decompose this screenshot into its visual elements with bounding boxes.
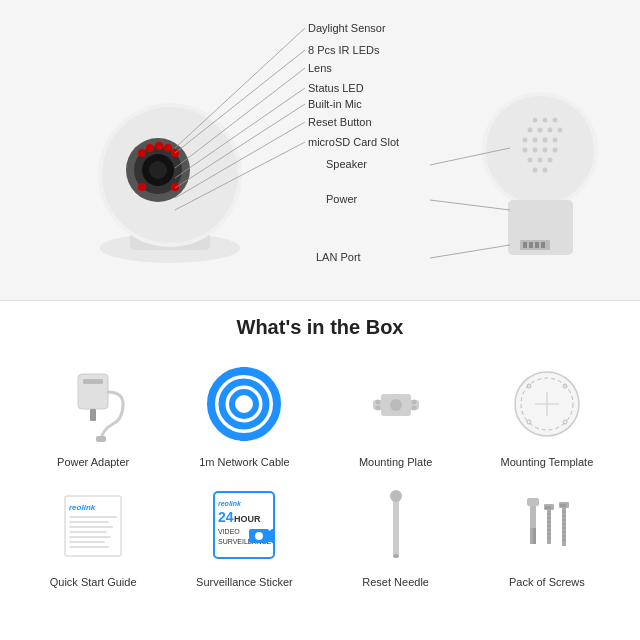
item-mounting-plate: Mounting Plate (323, 359, 469, 469)
svg-rect-93 (69, 531, 107, 533)
network-cable-svg (204, 364, 284, 444)
network-cable-label: 1m Network Cable (199, 455, 289, 469)
power-adapter-svg (53, 364, 133, 444)
item-pack-of-screws: Pack of Screws (474, 479, 620, 589)
svg-point-107 (393, 554, 399, 558)
svg-text:24: 24 (218, 509, 234, 525)
item-quick-start-guide: reolink Quick Start Guide (20, 479, 166, 589)
svg-point-33 (543, 118, 548, 123)
svg-point-43 (523, 148, 528, 153)
svg-rect-90 (69, 516, 117, 518)
svg-point-69 (222, 382, 266, 426)
svg-text:Lens: Lens (308, 62, 332, 74)
svg-point-46 (553, 148, 558, 153)
svg-point-77 (411, 400, 416, 405)
svg-point-15 (171, 183, 179, 191)
svg-line-62 (430, 245, 510, 258)
svg-point-35 (528, 128, 533, 133)
svg-point-10 (146, 144, 154, 152)
svg-point-39 (523, 138, 528, 143)
svg-point-44 (533, 148, 538, 153)
svg-rect-112 (533, 528, 536, 544)
svg-rect-94 (69, 536, 111, 538)
svg-rect-117 (547, 510, 551, 544)
svg-line-60 (430, 200, 510, 210)
svg-point-42 (553, 138, 558, 143)
svg-point-48 (538, 158, 543, 163)
mounting-template-svg (507, 364, 587, 444)
svg-rect-65 (83, 379, 103, 384)
whats-in-box-section: What's in the Box Power Adapter (0, 301, 640, 610)
quick-start-svg: reolink (53, 484, 133, 564)
svg-point-108 (390, 490, 402, 502)
svg-rect-91 (69, 521, 109, 523)
reset-needle-icon (346, 479, 446, 569)
svg-rect-71 (240, 367, 248, 374)
item-mounting-template: Mounting Template (474, 359, 620, 469)
diagram-svg: reolink Daylight Sensor 8 Pcs IR LEDs Le… (0, 0, 640, 300)
mounting-template-label: Mounting Template (501, 455, 594, 469)
svg-point-38 (558, 128, 563, 133)
svg-rect-95 (69, 541, 105, 543)
svg-rect-109 (527, 498, 539, 506)
svg-text:Status LED: Status LED (308, 82, 364, 94)
pack-of-screws-label: Pack of Screws (509, 575, 585, 589)
svg-point-34 (553, 118, 558, 123)
svg-point-104 (255, 532, 263, 540)
svg-text:Speaker: Speaker (326, 158, 367, 170)
svg-text:Daylight Sensor: Daylight Sensor (308, 22, 386, 34)
svg-point-40 (533, 138, 538, 143)
svg-point-36 (538, 128, 543, 133)
mounting-plate-icon (346, 359, 446, 449)
svg-point-9 (138, 149, 146, 157)
power-adapter-label: Power Adapter (57, 455, 129, 469)
svg-point-32 (533, 118, 538, 123)
svg-text:Reset Button: Reset Button (308, 116, 372, 128)
svg-rect-67 (96, 436, 106, 442)
svg-text:8 Pcs IR LEDs: 8 Pcs IR LEDs (308, 44, 380, 56)
item-reset-needle: Reset Needle (323, 479, 469, 589)
surveillance-sticker-label: Surveillance Sticker (196, 575, 293, 589)
camera-diagram: reolink Daylight Sensor 8 Pcs IR LEDs Le… (0, 0, 640, 300)
svg-point-79 (411, 406, 416, 411)
svg-point-49 (548, 158, 553, 163)
surveillance-sticker-svg: reolink 24 HOUR VIDEO SURVEILLANCE (204, 484, 284, 564)
svg-rect-66 (90, 409, 96, 421)
svg-text:reolink: reolink (218, 500, 242, 507)
svg-text:VIDEO: VIDEO (218, 528, 240, 535)
reset-needle-label: Reset Needle (362, 575, 429, 589)
svg-point-78 (375, 406, 380, 411)
item-surveillance-sticker: reolink 24 HOUR VIDEO SURVEILLANCE Surve… (171, 479, 317, 589)
svg-text:Built-in Mic: Built-in Mic (308, 98, 362, 110)
svg-point-47 (528, 158, 533, 163)
svg-point-12 (164, 144, 172, 152)
svg-point-8 (149, 161, 167, 179)
svg-point-51 (543, 168, 548, 173)
svg-text:reolink: reolink (69, 503, 96, 512)
svg-rect-56 (535, 242, 539, 248)
items-grid: Power Adapter 1m Network Cable (20, 359, 620, 590)
svg-rect-111 (530, 528, 533, 544)
item-power-adapter: Power Adapter (20, 359, 166, 469)
mounting-plate-svg (356, 364, 436, 444)
quick-start-guide-label: Quick Start Guide (50, 575, 137, 589)
svg-text:Power: Power (326, 193, 358, 205)
svg-rect-72 (240, 434, 248, 441)
pack-of-screws-icon (497, 479, 597, 569)
svg-text:HOUR: HOUR (234, 514, 261, 524)
svg-rect-96 (69, 546, 109, 548)
box-title: What's in the Box (20, 316, 620, 339)
svg-point-75 (390, 399, 402, 411)
svg-rect-54 (523, 242, 527, 248)
svg-rect-57 (541, 242, 545, 248)
surveillance-sticker-icon: reolink 24 HOUR VIDEO SURVEILLANCE (194, 479, 294, 569)
mounting-template-icon (497, 359, 597, 449)
screws-svg (507, 484, 587, 564)
svg-point-70 (232, 392, 256, 416)
svg-point-37 (548, 128, 553, 133)
mounting-plate-label: Mounting Plate (359, 455, 432, 469)
svg-rect-55 (529, 242, 533, 248)
item-network-cable: 1m Network Cable (171, 359, 317, 469)
svg-point-50 (533, 168, 538, 173)
svg-text:microSD Card Slot: microSD Card Slot (308, 136, 399, 148)
